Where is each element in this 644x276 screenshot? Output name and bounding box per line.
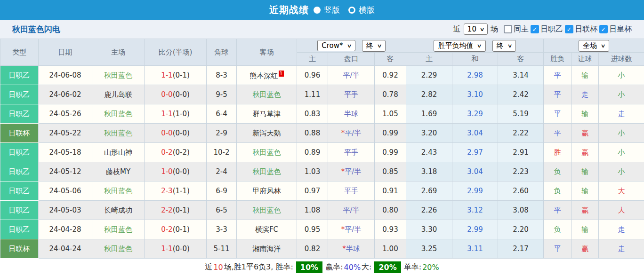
cell-avg-home: 1.69	[406, 104, 452, 124]
cell-handicap: *半球	[328, 239, 375, 259]
summary-text: 单率:	[404, 262, 421, 272]
match-row: 日职乙24-05-06秋田蓝色2-3(1-1)6-9甲府风林0.97平手0.91…	[0, 181, 644, 201]
sub-header-handicap: 盘口	[328, 53, 375, 66]
col-header-away: 客场	[237, 39, 297, 66]
cell-date: 24-06-08	[39, 66, 92, 85]
cell-score: 1-1(0-1)	[145, 66, 207, 85]
cell-goals: 走	[599, 104, 644, 124]
cell-goals: 走	[599, 220, 644, 239]
odds-header-group: Crow* ∨ 终 ∨	[297, 39, 406, 53]
cell-away-team: 新泻天鹅	[237, 124, 297, 143]
checkbox-unchecked-icon[interactable]	[504, 25, 512, 33]
cell-odds-away: 0.85	[375, 162, 406, 181]
col-header-home: 主场	[92, 39, 145, 66]
chevron-down-icon: ∨	[477, 43, 482, 49]
cell-avg-draw: 3.04	[452, 124, 498, 143]
handicap-star: *	[342, 244, 346, 253]
full-time-score: 0-2	[161, 148, 173, 157]
avg-type-select[interactable]: 胜平负均值 ∨	[434, 40, 485, 52]
full-time-score: 1-0	[161, 167, 173, 176]
match-table: 类型 日期 主场 比分(半场) 角球 客场 Crow* ∨ 终 ∨	[0, 39, 644, 259]
cell-goals: 小	[599, 66, 644, 85]
checkbox-label: 同主	[514, 24, 529, 34]
half-time-score: (1-1)	[173, 187, 190, 195]
cell-avg-away: 2.42	[498, 85, 544, 104]
summary-text: 20%	[422, 263, 439, 272]
match-row: 日职乙24-04-28秋田蓝色0-2(0-1)3-3横滨FC0.95*平/半0.…	[0, 220, 644, 239]
cell-odds-away: 0.92	[375, 66, 406, 85]
full-time-score: 0-0	[161, 90, 173, 99]
scope-header-group: 全场 ∨	[544, 39, 644, 53]
cell-odds-home: 1.03	[297, 162, 328, 181]
match-row: 日职乙24-06-02鹿儿岛联0-0(0-0)9-5秋田蓝色1.11平手0.78…	[0, 85, 644, 104]
checkbox-checked-icon[interactable]: ✓	[599, 25, 608, 33]
cell-odds-away: 0.99	[375, 124, 406, 143]
filter-bar: 秋田蓝色闪电 近 10 ∨ 场 同主✓日职乙✓日联杯✓日皇杯	[0, 20, 644, 39]
sub-header-odds-home: 主	[297, 53, 328, 66]
cell-odds-home: 0.97	[297, 181, 328, 201]
full-time-score: 0-0	[161, 129, 173, 137]
cell-away-team: 秋田蓝色	[237, 85, 297, 104]
cell-odds-home: 0.96	[297, 66, 328, 85]
cell-corners: 5-11	[207, 239, 237, 259]
cell-result: 负	[544, 181, 572, 201]
avg-stage-select[interactable]: 终 ∨	[492, 40, 516, 52]
cell-competition-type: 日职乙	[0, 162, 39, 181]
cell-competition-type: 日职乙	[0, 66, 39, 85]
match-row: 日职乙24-05-12藤枝MY1-0(0-0)2-4秋田蓝色1.03*平/半0.…	[0, 162, 644, 181]
cell-goals: 大	[599, 181, 644, 201]
view-radio-selected[interactable]: 竖版	[314, 5, 340, 16]
filter-checkbox-item[interactable]: ✓日职乙	[531, 24, 563, 34]
cell-competition-type: 日联杯	[0, 239, 39, 259]
cell-home-team: 秋田蓝色	[92, 220, 145, 239]
match-row: 日职乙24-05-26秋田蓝色1-1(1-0)6-4群马草津0.83半球1.05…	[0, 104, 644, 124]
checkbox-checked-icon[interactable]: ✓	[531, 25, 539, 33]
half-time-score: (0-1)	[173, 225, 190, 234]
checkbox-label: 日联杯	[575, 24, 597, 34]
recent-count-select[interactable]: 10 ∨	[464, 24, 488, 35]
filter-checkbox-item[interactable]: 同主	[504, 24, 529, 34]
team-name: 秋田蓝色闪电	[12, 24, 60, 35]
cell-avg-draw: 2.99	[452, 220, 498, 239]
cell-handicap-result: 赢	[572, 201, 599, 220]
cell-corners: 10-2	[207, 143, 237, 162]
cell-corners: 6-4	[207, 104, 237, 124]
radio-label: 横版	[359, 5, 375, 16]
matches-label: 场	[491, 24, 498, 34]
cell-avg-home: 3.30	[406, 220, 452, 239]
cell-date: 24-05-18	[39, 143, 92, 162]
summary-text: 赢率:	[325, 262, 343, 272]
view-radio-option[interactable]: 横版	[348, 5, 375, 16]
filter-checkbox-item[interactable]: ✓日联杯	[565, 24, 597, 34]
filter-checkbox-item[interactable]: ✓日皇杯	[599, 24, 632, 34]
radio-icon[interactable]	[314, 7, 321, 14]
cell-avg-home: 3.18	[406, 162, 452, 181]
summary-text: 10	[213, 263, 223, 272]
cell-score: 2-2(0-1)	[145, 201, 207, 220]
cell-avg-home: 2.82	[406, 85, 452, 104]
cell-home-team: 鹿儿岛联	[92, 85, 145, 104]
cell-avg-home: 3.20	[406, 124, 452, 143]
cell-away-team: 横滨FC	[237, 220, 297, 239]
cell-avg-away: 2.91	[498, 143, 544, 162]
odds-stage-select[interactable]: 终 ∨	[362, 40, 386, 52]
handicap-text: 半球	[346, 244, 360, 253]
odds-provider-select[interactable]: Crow* ∨	[317, 40, 355, 51]
checkbox-checked-icon[interactable]: ✓	[565, 25, 573, 33]
cell-home-team: 山形山神	[92, 143, 145, 162]
checkbox-label: 日职乙	[540, 24, 563, 34]
page-title: 近期战绩	[269, 4, 309, 16]
filters: 近 10 ∨ 场 同主✓日职乙✓日联杯✓日皇杯	[453, 24, 632, 35]
handicap-text: 半球	[344, 110, 358, 118]
cell-away-team: 甲府风林	[237, 181, 297, 201]
cell-home-team: 秋田蓝色	[92, 181, 145, 201]
cell-odds-home: 0.95	[297, 220, 328, 239]
cell-corners: 9-5	[207, 85, 237, 104]
avg-stage-value: 终	[497, 41, 504, 50]
match-rows: 日职乙24-06-08秋田蓝色1-1(0-1)8-3熊本深红10.96平/半0.…	[0, 66, 644, 259]
cell-away-team: 熊本深红1	[237, 66, 297, 85]
scope-select[interactable]: 全场 ∨	[579, 40, 609, 52]
cell-goals: 走	[599, 239, 644, 259]
cell-avg-draw: 3.04	[452, 162, 498, 181]
radio-icon[interactable]	[348, 7, 355, 14]
